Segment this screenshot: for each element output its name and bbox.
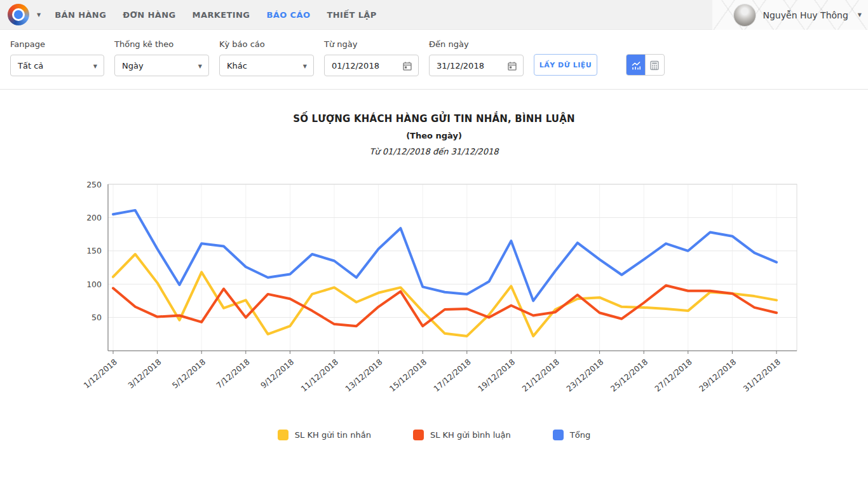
user-menu[interactable]: Nguyễn Huy Thông ▼ — [733, 0, 862, 30]
avatar[interactable] — [733, 4, 756, 27]
x-tick-label: 21/12/2018 — [520, 357, 561, 393]
x-tick-label: 15/12/2018 — [388, 357, 428, 393]
nav-item-thiet-lap[interactable]: THIẾT LẬP — [327, 10, 376, 20]
logo-chevron-down-icon[interactable]: ▼ — [37, 12, 41, 18]
x-tick-label: 1/12/2018 — [82, 357, 119, 390]
y-tick-label: 250 — [86, 180, 102, 189]
x-tick-label: 19/12/2018 — [476, 357, 517, 393]
x-tick-label: 5/12/2018 — [170, 357, 207, 390]
chart-subtitle: (Theo ngày) — [0, 131, 868, 140]
report-period-label: Kỳ báo cáo — [219, 39, 314, 49]
legend-item-0: SL KH gửi tin nhắn — [278, 430, 371, 440]
statistic-by-filter-group: Thống kê theo Ngày ▼ — [114, 39, 209, 76]
legend-label: SL KH gửi tin nhắn — [295, 430, 371, 440]
fanpage-filter-group: Fanpage Tất cả ▼ — [10, 39, 104, 76]
x-tick-label: 13/12/2018 — [343, 357, 384, 393]
x-tick-label: 7/12/2018 — [214, 357, 251, 390]
chart-legend: SL KH gửi tin nhắnSL KH gửi bình luậnTổn… — [0, 430, 868, 440]
x-tick-label: 23/12/2018 — [564, 357, 605, 393]
x-tick-label: 9/12/2018 — [259, 357, 295, 390]
to-date-label: Đến ngày — [429, 39, 524, 49]
from-date-input[interactable]: 01/12/2018 — [324, 55, 419, 76]
chevron-down-icon: ▼ — [93, 64, 97, 69]
filter-bar: Fanpage Tất cả ▼ Thống kê theo Ngày ▼ Kỳ… — [0, 30, 868, 90]
nav-item-bao-cao[interactable]: BÁO CÁO — [266, 10, 310, 20]
to-date-input[interactable]: 31/12/2018 — [429, 55, 524, 76]
fanpage-select[interactable]: Tất cả ▼ — [10, 55, 104, 76]
main-nav: BÁN HÀNG ĐƠN HÀNG MARKETING BÁO CÁO THIẾ… — [55, 10, 377, 20]
y-tick-label: 200 — [86, 213, 102, 222]
calendar-icon[interactable] — [507, 61, 517, 73]
fetch-data-button[interactable]: LẤY DỮ LIỆU — [534, 54, 597, 76]
legend-label: Tổng — [570, 430, 590, 440]
chart-date-range: Từ 01/12/2018 đến 31/12/2018 — [0, 147, 868, 156]
line-chart-icon — [630, 60, 642, 71]
table-icon — [649, 60, 660, 71]
user-name: Nguyễn Huy Thông — [763, 10, 848, 20]
nav-item-ban-hang[interactable]: BÁN HÀNG — [55, 10, 106, 20]
y-tick-label: 50 — [92, 313, 102, 322]
plot-border — [108, 184, 797, 351]
fanpage-label: Fanpage — [10, 39, 104, 49]
app-logo-icon[interactable] — [8, 4, 29, 25]
chart-view-toggle-button[interactable] — [627, 55, 645, 76]
report-period-filter-group: Kỳ báo cáo Khác ▼ — [219, 39, 314, 76]
x-tick-label: 11/12/2018 — [299, 357, 340, 393]
y-tick-label: 100 — [86, 280, 102, 289]
legend-swatch-icon — [553, 430, 564, 440]
to-date-group: Đến ngày 31/12/2018 — [429, 39, 524, 76]
x-tick-label: 27/12/2018 — [653, 357, 693, 393]
legend-label: SL KH gửi bình luận — [430, 430, 511, 440]
app-root: ▼ BÁN HÀNG ĐƠN HÀNG MARKETING BÁO CÁO TH… — [0, 0, 868, 488]
series-line-0[interactable] — [113, 254, 776, 336]
statistic-by-select[interactable]: Ngày ▼ — [114, 55, 209, 76]
chevron-down-icon: ▼ — [303, 64, 307, 69]
from-date-group: Từ ngày 01/12/2018 — [324, 39, 419, 76]
x-tick-label: 31/12/2018 — [742, 357, 782, 393]
from-date-label: Từ ngày — [324, 39, 419, 49]
line-chart[interactable]: 1/12/20183/12/20185/12/20187/12/20189/12… — [73, 177, 810, 413]
report-period-value: Khác — [227, 61, 247, 71]
to-date-value: 31/12/2018 — [437, 61, 484, 71]
legend-swatch-icon — [278, 430, 288, 440]
chevron-down-icon: ▼ — [198, 64, 202, 69]
view-toggle — [626, 54, 665, 76]
top-navbar: ▼ BÁN HÀNG ĐƠN HÀNG MARKETING BÁO CÁO TH… — [0, 0, 868, 30]
from-date-value: 01/12/2018 — [332, 61, 379, 71]
calendar-icon[interactable] — [402, 61, 412, 73]
table-view-toggle-button[interactable] — [646, 55, 664, 76]
legend-item-2: Tổng — [553, 430, 590, 440]
x-tick-label: 29/12/2018 — [697, 357, 738, 393]
x-tick-label: 3/12/2018 — [126, 357, 163, 390]
chart-title: SỐ LƯỢNG KHÁCH HÀNG GỬI TIN NHẮN, BÌNH L… — [0, 113, 868, 125]
fanpage-value: Tất cả — [18, 61, 43, 71]
chart-heading: SỐ LƯỢNG KHÁCH HÀNG GỬI TIN NHẮN, BÌNH L… — [0, 113, 868, 156]
x-tick-label: 17/12/2018 — [431, 357, 472, 393]
statistic-by-label: Thống kê theo — [114, 39, 209, 49]
user-chevron-down-icon[interactable]: ▼ — [858, 12, 862, 18]
report-period-select[interactable]: Khác ▼ — [219, 55, 314, 76]
statistic-by-value: Ngày — [122, 61, 144, 71]
legend-item-1: SL KH gửi bình luận — [413, 430, 511, 440]
x-tick-label: 25/12/2018 — [609, 357, 649, 393]
nav-item-don-hang[interactable]: ĐƠN HÀNG — [123, 10, 175, 20]
y-tick-label: 150 — [86, 246, 102, 255]
legend-swatch-icon — [413, 430, 424, 440]
nav-item-marketing[interactable]: MARKETING — [193, 10, 250, 20]
